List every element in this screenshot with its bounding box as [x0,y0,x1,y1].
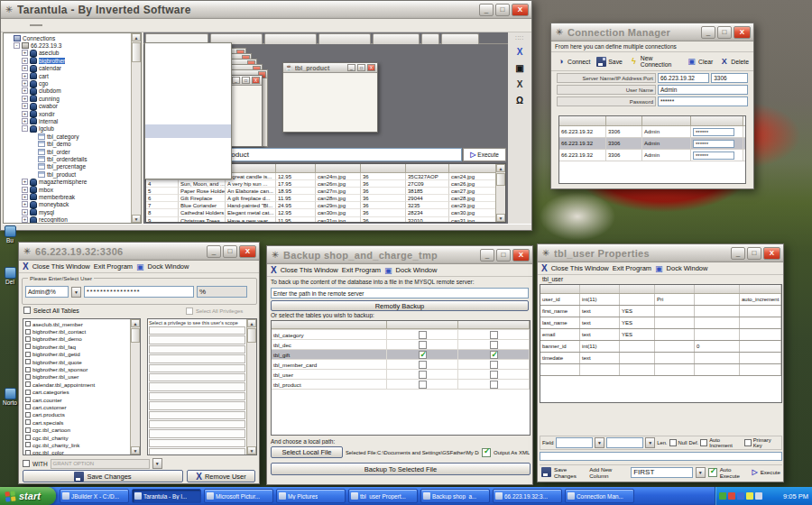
maximize-button[interactable]: □ [496,249,511,262]
scroll-up-icon[interactable]: ▲ [132,33,141,41]
table-checkbox[interactable] [25,427,31,433]
table-checkbox[interactable] [25,359,31,364]
backup-table-row[interactable]: tbl_gift [272,350,530,360]
server-input[interactable]: 66.223.19.32 [658,73,709,83]
maximize-button[interactable]: □ [223,245,237,258]
position-combo[interactable]: FIRST [631,467,692,478]
tbl-product-window[interactable]: ☕ tbl_product _ □ X [282,62,378,133]
toolbar-grip[interactable]: ∷∷ [515,34,524,41]
tree-item[interactable]: + cgo [4,79,131,87]
toolbar-button[interactable]: Save [596,57,623,67]
desktop-icon[interactable]: Norto [1,388,19,406]
table-list-item[interactable]: bigbrother.tbl_demo [23,335,130,343]
column-header[interactable] [655,285,695,293]
tree-item[interactable]: + cwabor [4,103,131,110]
tree-item[interactable]: + aseclub [4,50,131,57]
mdi-tab[interactable] [264,33,317,44]
expand-toggle[interactable]: - [22,125,28,132]
taskbar-button[interactable]: JBuilder X - C:/D... [60,489,129,503]
close-window-label[interactable]: Close This Window [32,262,90,271]
port-input[interactable]: 3306 [711,73,748,83]
tree-scrollbar[interactable]: ▲ ▼ [131,33,141,223]
output-xml-checkbox[interactable] [482,448,491,457]
table-checkbox[interactable] [25,344,31,349]
scroll-thumb[interactable] [247,328,256,343]
dock-window-label[interactable]: Dock Window [396,266,438,274]
result-row[interactable]: 5Paper Rose HolderAn Elaborate can...18.… [146,188,495,195]
tree-item[interactable]: + recognition [4,216,131,223]
table-list-item[interactable]: cart.customer [23,403,130,410]
username-input[interactable]: Admin [658,85,748,95]
privilege-item[interactable] [149,364,245,372]
backup-table-row[interactable]: tbl_category [272,330,530,340]
tree-item[interactable]: tbl_order [4,148,131,155]
column-header[interactable] [642,116,691,125]
backup-data-checkbox[interactable] [490,351,498,359]
tree-item[interactable]: + mysql [4,208,131,216]
connection-row[interactable]: 66.223.19.32 3306 Admin ****** [559,126,745,138]
table-checkbox[interactable] [25,329,31,335]
mdi-tab[interactable] [318,33,371,44]
auto-execute-checkbox[interactable] [708,468,717,477]
backup-data-checkbox[interactable] [490,371,498,379]
column-header[interactable] [740,285,781,293]
privilege-item[interactable] [149,382,245,390]
taskbar-button[interactable]: Backup shop_a... [420,489,490,503]
close-button[interactable]: X [252,77,260,84]
desktop-icon[interactable]: Bu [1,225,19,243]
tree-item[interactable]: + cunning [4,95,131,102]
tree-item[interactable]: Connections [4,34,131,41]
privilege-item[interactable] [149,439,245,447]
privilege-item[interactable] [149,420,245,428]
tree-item[interactable]: + mbox [4,186,131,193]
backup-structure-checkbox[interactable] [419,361,427,369]
scroll-thumb[interactable] [496,173,505,186]
titlebar[interactable]: ✳ 66.223.19.32:3306 _ □ X [19,243,259,261]
table-list-item[interactable]: bigbrother.tbl_getid [23,351,130,358]
maximize-button[interactable]: □ [495,4,510,16]
maximize-button[interactable]: □ [717,26,732,39]
tree-item[interactable]: tbl_orderdetails [4,155,131,162]
close-window-icon[interactable]: X [271,265,277,275]
expand-toggle[interactable]: + [22,179,28,185]
main-titlebar[interactable]: ✳ Tarantula - By Inverted Software _ □ X [1,1,531,19]
backup-structure-checkbox[interactable] [419,351,427,359]
password-input[interactable]: ****** [658,96,748,106]
minimize-button[interactable]: _ [347,64,355,71]
close-button[interactable]: X [512,249,530,262]
taskbar-button[interactable]: Connection Man... [565,489,634,503]
table-checkbox[interactable] [25,381,31,387]
table-checkbox[interactable] [25,352,31,357]
column-row[interactable]: banner_idint(11) 0 [540,341,781,353]
tree-item[interactable]: - lgclub [4,125,131,133]
tree-item[interactable]: + cart [4,72,131,79]
field-type-combo[interactable] [606,437,643,448]
tables-scrollbar[interactable]: ▲ ▼ [130,319,140,454]
menu-option[interactable] [145,84,231,97]
close-window-label[interactable]: Close This Window [281,266,338,274]
column-header[interactable] [695,285,740,293]
taskbar-button[interactable]: Microsoft Pictur... [204,489,273,503]
table-checkbox[interactable] [25,390,31,395]
privilege-item[interactable] [149,335,245,344]
table-checkbox[interactable] [25,336,31,342]
titlebar[interactable]: ✳ Connection Manager _ □ X [551,23,753,41]
tbl-product-titlebar[interactable]: ☕ tbl_product _ □ X [283,63,377,73]
backup-data-checkbox[interactable] [490,361,498,369]
table-list-item[interactable]: aseclub.tbl_member [23,320,130,327]
dock-window-label[interactable]: Dock Window [667,264,708,272]
menu-option[interactable] [145,70,231,84]
backup-table-row[interactable]: tbl_product [272,380,530,390]
select-all-tables-checkbox[interactable] [23,307,31,314]
close-button[interactable]: X [734,26,751,39]
minimize-button[interactable]: _ [207,245,221,258]
tray-icon-volume[interactable] [755,492,762,500]
tree-item[interactable]: + bigbrother [4,57,131,64]
column-header[interactable] [316,164,361,173]
mdi-tab[interactable] [373,33,420,44]
backup-table-row[interactable]: tbl_member_card [272,360,530,370]
table-checkbox[interactable] [25,442,31,447]
table-list-item[interactable]: cgc.tbl_cartoon [23,426,130,433]
column-header[interactable] [691,116,743,125]
table-list-item[interactable]: cgc.tbl_charity [23,434,130,441]
